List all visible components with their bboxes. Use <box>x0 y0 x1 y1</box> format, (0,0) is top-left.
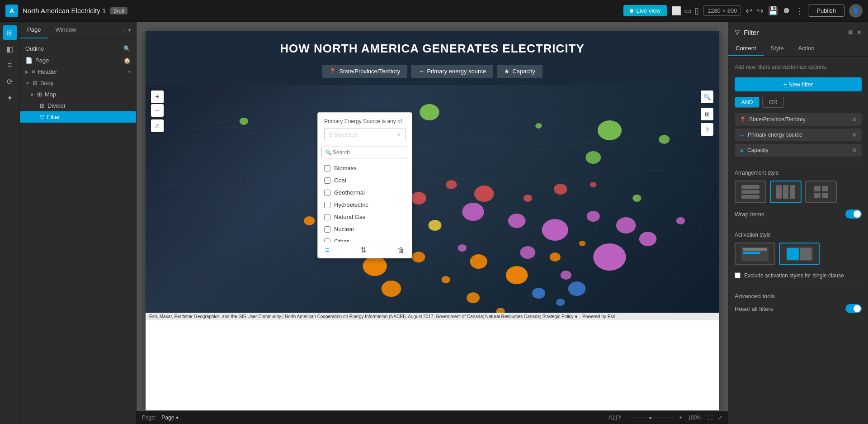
filter-chip-capacity[interactable]: ★ Capacity <box>497 65 542 78</box>
tree-item-filter[interactable]: ▽ Filter <box>20 111 136 123</box>
activation-style-2[interactable] <box>779 243 820 265</box>
filter-tag-capacity[interactable]: ★ Capacity ✕ <box>735 144 862 157</box>
exclude-checkbox[interactable] <box>735 272 741 278</box>
tree-item-divider[interactable]: ⊞ Divider <box>20 100 136 111</box>
tab-content[interactable]: Content <box>728 41 764 56</box>
checkbox-other[interactable] <box>324 238 330 242</box>
checkbox-hydroelectric[interactable] <box>324 202 330 208</box>
user-avatar[interactable]: 👤 <box>849 4 863 18</box>
map-container[interactable]: Primary Energy Source is any of 0 Select… <box>146 85 719 320</box>
toolbar-pages[interactable]: ⊞ <box>3 25 17 40</box>
checkbox-biomass[interactable] <box>324 165 330 172</box>
delete-filter-button[interactable]: 🗑 <box>395 245 407 255</box>
tree-item-map[interactable]: ▶ ⊞ Map <box>20 89 136 100</box>
toolbar-media[interactable]: ⟳ <box>3 74 17 89</box>
dropdown-search-input[interactable] <box>321 147 408 158</box>
tab-page[interactable]: Page <box>20 22 48 38</box>
tab-style[interactable]: Style <box>764 41 791 56</box>
new-filter-button[interactable]: + New filter <box>735 77 862 91</box>
dropdown-item-hydroelectric[interactable]: Hydroelectric <box>318 199 412 211</box>
panel-settings-icon[interactable]: ⚙ <box>848 29 853 36</box>
undo-icon[interactable]: ↩ <box>745 6 752 16</box>
save-icon[interactable]: 💾 <box>768 6 778 16</box>
energy-filter-close[interactable]: ✕ <box>852 131 857 138</box>
publish-button[interactable]: Publish <box>808 5 844 17</box>
left-panel: Page Window + ▾ Outline 🔍 📄 Page 🏠 ▶ ≡ H… <box>20 22 137 424</box>
tablet-icon[interactable]: ▭ <box>684 6 692 16</box>
dropdown-item-naturalgas[interactable]: Natural Gas <box>318 211 412 223</box>
select-all-button[interactable]: ≡ <box>322 245 332 255</box>
outline-search-icon[interactable]: 🔍 <box>123 45 131 52</box>
tab-action[interactable]: Action <box>791 41 821 56</box>
state-filter-close[interactable]: ✕ <box>852 116 857 123</box>
home-view-button[interactable]: ⌂ <box>151 119 164 132</box>
current-page-name[interactable]: Page ▾ <box>161 414 178 421</box>
arrangement-grid[interactable] <box>805 181 837 203</box>
filter-chip-state-label: State/Province/Territory <box>339 68 400 75</box>
dropdown-item-geothermal[interactable]: Geothermal <box>318 186 412 199</box>
svg-point-36 <box>561 271 571 280</box>
fullscreen-icon[interactable]: ⤢ <box>718 414 722 421</box>
add-page-icon: + <box>123 27 127 33</box>
wrap-items-toggle[interactable] <box>845 210 862 219</box>
dropdown-item-nuclear[interactable]: Nuclear <box>318 223 412 235</box>
tree-item-page[interactable]: 📄 Page 🏠 <box>20 55 136 66</box>
tree-item-header[interactable]: ▶ ≡ Header ▾ <box>20 66 136 77</box>
filter-chip-energy[interactable]: ↔ Primary energy source <box>411 65 493 78</box>
more-icon[interactable]: ⋮ <box>795 6 803 16</box>
checkbox-geothermal[interactable] <box>324 190 330 196</box>
panel-add-button[interactable]: + ▾ <box>118 22 136 38</box>
zoom-in-button[interactable]: + <box>151 91 164 103</box>
toolbar-extensions[interactable]: ✦ <box>3 91 17 105</box>
map-search-button[interactable]: 🔍 <box>701 91 713 103</box>
dropdown-search: 🔍 <box>321 147 408 158</box>
arrangement-stacked[interactable] <box>735 181 766 203</box>
redo-icon[interactable]: ↪ <box>757 6 764 16</box>
header-expand-icon: ▾ <box>128 69 131 74</box>
and-button[interactable]: AND <box>735 97 760 108</box>
reset-toggle[interactable] <box>845 304 862 313</box>
arrangement-inline[interactable] <box>770 181 802 203</box>
checkbox-nuclear[interactable] <box>324 226 330 233</box>
dropdown-item-other[interactable]: Other <box>318 235 412 242</box>
mobile-icon[interactable]: ▯ <box>694 6 699 16</box>
expand-icon[interactable]: ⛶ <box>707 414 712 421</box>
dropdown-select[interactable]: 0 Selected ▾ <box>324 128 406 141</box>
tree-body-label: Body <box>40 80 54 86</box>
reset-row: Reset all filters <box>735 304 862 313</box>
filter-chip-state[interactable]: 📍 State/Province/Territory <box>322 65 407 78</box>
dropdown-item-biomass[interactable]: Biomass <box>318 162 412 174</box>
checkbox-coal[interactable] <box>324 177 330 184</box>
capacity-filter-close[interactable]: ✕ <box>852 147 857 154</box>
map-grid-control: ⊞ <box>701 106 713 120</box>
zoom-slider[interactable]: ————●———— <box>627 414 674 421</box>
filter-tag-state[interactable]: 📍 State/Province/Territory ✕ <box>735 113 862 126</box>
naturalgas-label: Natural Gas <box>334 214 365 220</box>
toolbar-layers[interactable]: ◧ <box>3 42 17 56</box>
chevron-down-icon: ▾ <box>128 28 131 33</box>
tab-window[interactable]: Window <box>48 22 83 38</box>
record-icon[interactable]: ⏺ <box>783 6 791 15</box>
page-chevron-icon: ▾ <box>176 414 179 421</box>
map-background <box>146 85 719 320</box>
zoom-out-button[interactable]: − <box>151 104 164 117</box>
filter-tag-energy[interactable]: ↔ Primary energy source ✕ <box>735 129 862 141</box>
map-help-button[interactable]: ? <box>701 123 713 136</box>
checkbox-naturalgas[interactable] <box>324 214 330 220</box>
tree-item-body[interactable]: ▼ ⊞ Body <box>20 77 136 89</box>
toolbar-data[interactable]: ≡ <box>3 58 17 72</box>
wrap-items-label: Wrap items <box>735 211 764 218</box>
desktop-icon[interactable]: ⬜ <box>671 6 681 16</box>
or-button[interactable]: OR <box>762 97 784 108</box>
dimensions-display[interactable]: 1280 × 800 <box>703 5 741 16</box>
dropdown-list: Biomass Coal Geothermal Hydroelectr <box>318 160 412 242</box>
map-grid-button[interactable]: ⊞ <box>701 108 713 120</box>
live-view-button[interactable]: Live view <box>623 5 666 16</box>
zoom-in-icon[interactable]: + <box>679 414 682 421</box>
activation-style-1[interactable] <box>735 243 775 265</box>
capacity-icon: ★ <box>504 68 509 75</box>
sort-button[interactable]: ⇅ <box>358 245 369 255</box>
panel-close-icon[interactable]: ✕ <box>857 29 862 36</box>
right-tabs: Content Style Action <box>728 41 868 57</box>
dropdown-item-coal[interactable]: Coal <box>318 174 412 186</box>
